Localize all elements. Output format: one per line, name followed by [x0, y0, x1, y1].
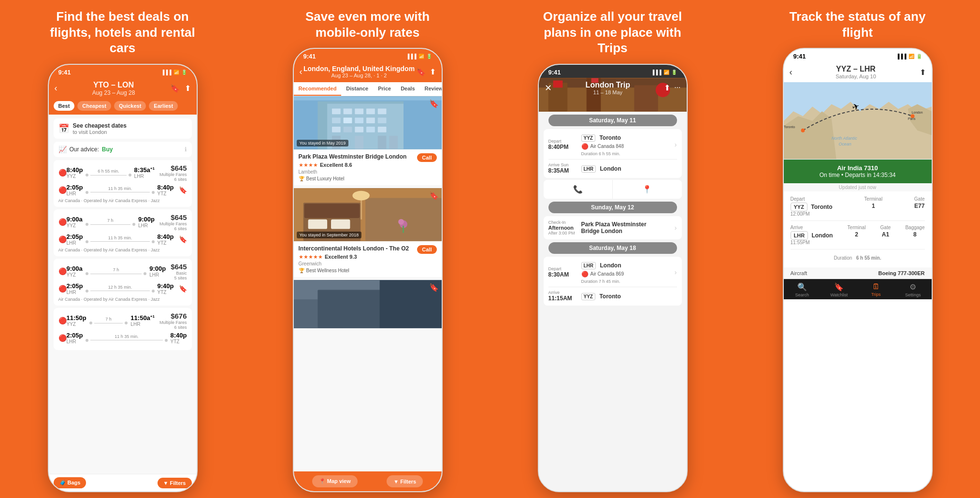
bookmark-icon-header[interactable]: 🔖: [170, 84, 180, 93]
panel2-title: Save even more with mobile-only rates: [286, 9, 450, 40]
hotel-bookmark-3[interactable]: 🔖: [429, 283, 439, 292]
call-button-2[interactable]: Call: [417, 245, 436, 254]
flight-item-4[interactable]: 🔴 11:50pYYZ 7 h 11:50a+1LHR $676Multiple…: [54, 308, 192, 350]
hotel-card-3[interactable]: 🔖: [294, 280, 442, 328]
call-button-1[interactable]: Call: [417, 153, 436, 162]
phone-call-btn[interactable]: 📞: [544, 180, 613, 199]
tab-best[interactable]: Best: [54, 101, 75, 111]
checkin-after: After 3:00 PM: [548, 231, 577, 235]
hotel-location-1: Lambeth: [299, 169, 407, 175]
wifi-icon-3: 📶: [663, 70, 669, 75]
bags-button[interactable]: 🧳 Bags: [54, 477, 86, 488]
svg-rect-11: [366, 117, 375, 123]
depart-label-3: Depart: [548, 266, 577, 271]
checkin-label: Check-In: [548, 220, 577, 225]
hotel-name-1: Park Plaza Westminster Bridge London: [299, 153, 407, 160]
share-trip-btn[interactable]: ⬆: [664, 83, 670, 92]
close-trip-btn[interactable]: ✕: [545, 83, 552, 93]
svg-rect-6: [366, 108, 375, 114]
location-btn[interactable]: 📍: [613, 180, 682, 199]
nav-settings[interactable]: ⚙ Settings: [894, 282, 932, 297]
filters-hotels-button[interactable]: ▼ Filters: [387, 475, 423, 487]
hotel-card-1[interactable]: You stayed in May 2019 🔖 Park Plaza West…: [294, 96, 442, 185]
tab-cheapest[interactable]: Cheapest: [77, 101, 111, 111]
flight-item-2[interactable]: 🔴 9:00aYYZ 7 h 9:00pLHR $645 Multiple Fa…: [54, 209, 192, 256]
terminal-label-arr: Terminal: [848, 225, 866, 230]
panel4-title: Track the status of any flight: [776, 9, 940, 40]
flight-segment-may18[interactable]: Depart 8:30AM LHR London 🔴 Air Canada 86…: [544, 257, 682, 306]
tab-review[interactable]: Review sc...: [420, 82, 442, 96]
hotel-card-2[interactable]: You stayed in September 2018 🔖 Intercont…: [294, 188, 442, 277]
nav-trips[interactable]: 🗓 Trips: [858, 282, 895, 297]
trip-dates: 11 – 18 May: [586, 89, 630, 95]
hotel-search-header: ‹ London, England, United Kingdom Aug 23…: [294, 62, 442, 82]
status-date: Saturday, Aug 10: [836, 73, 876, 79]
hotel-bookmark-2[interactable]: 🔖: [429, 191, 439, 200]
arrive-detail-row: Arrive LHR London 11:55PM Terminal 2 Gat…: [791, 225, 925, 249]
nav-watchlist[interactable]: 🔖 Watchlist: [821, 282, 858, 297]
depart-city-name: Toronto: [811, 204, 832, 210]
bookmark-flight-2[interactable]: 🔖: [179, 235, 187, 243]
hotel-name-trip: Park Plaza WestminsterBridge London: [581, 221, 671, 234]
cheapest-dates-banner[interactable]: 📅 See cheapest dates to visit London: [54, 118, 192, 139]
tab-recommended[interactable]: Recommended: [294, 82, 342, 96]
london-map-label: London: [911, 111, 922, 114]
svg-rect-8: [331, 117, 340, 123]
back-button[interactable]: ‹: [55, 83, 58, 93]
panel-flights: Find the best deals on flights, hotels a…: [0, 0, 245, 498]
return-arrive: 8:40p YTZ: [158, 184, 174, 196]
battery-icon-2: 🔋: [426, 54, 432, 59]
baggage-label: Baggage: [905, 225, 924, 230]
svg-rect-17: [377, 127, 386, 132]
tab-price[interactable]: Price: [373, 82, 396, 96]
chevron-right-3: ›: [675, 268, 677, 276]
tab-earliest[interactable]: Earliest: [149, 101, 178, 111]
tab-deals[interactable]: Deals: [396, 82, 419, 96]
city-toronto-2: Toronto: [599, 293, 620, 300]
status-route: YYZ – LHR: [836, 65, 876, 73]
gate-label-dep: Gate: [914, 196, 925, 202]
hotel-info-1: Park Plaza Westminster Bridge London ★★★…: [294, 149, 442, 185]
hotel-bookmark-1[interactable]: 🔖: [429, 100, 439, 108]
wifi-icon-2: 📶: [418, 54, 424, 59]
status-time-1: 9:41: [58, 69, 71, 76]
bookmark-flight-3[interactable]: 🔖: [179, 285, 187, 293]
flight-search-header: ‹ YTO – LON Aug 23 – Aug 28 🔖 ⬆: [49, 78, 197, 101]
day-header-may11: Saturday, May 11: [548, 115, 677, 126]
phone-frame-4: 9:41 ▐▐▐ 📶 🔋 ‹ YYZ – LHR Saturday, Aug 1…: [783, 48, 933, 492]
signal-icon-2: ▐▐▐: [406, 54, 416, 59]
terminal-arr: 2: [848, 231, 866, 238]
share-status-btn[interactable]: ⬆: [920, 68, 926, 77]
arrive-code: LHR: [134, 174, 155, 179]
share-hotels[interactable]: ⬆: [430, 67, 436, 76]
bookmark-flight-1[interactable]: 🔖: [179, 186, 187, 194]
arrive-time-3: 11:15AM: [548, 295, 577, 302]
wifi-icon-4: 📶: [908, 54, 914, 59]
tab-quickest[interactable]: Quickest: [114, 101, 146, 111]
hotel-rating-2: Excellent 9.3: [325, 254, 357, 260]
nav-search[interactable]: 🔍 Search: [784, 282, 821, 297]
flight-item-1[interactable]: 🔴 8:40p YYZ 6 h 55 min.: [54, 160, 192, 207]
share-icon-header[interactable]: ⬆: [185, 84, 191, 93]
back-btn-status[interactable]: ‹: [790, 67, 793, 77]
hotel-segment-may12[interactable]: Check-In Afternoon After 3:00 PM Park Pl…: [544, 216, 682, 239]
tab-distance[interactable]: Distance: [341, 82, 373, 96]
bookmark-hotels[interactable]: 🔖: [416, 67, 426, 76]
filters-button[interactable]: ▼ Filters: [158, 478, 192, 488]
more-trip-btn[interactable]: ···: [674, 83, 680, 92]
info-icon[interactable]: ℹ: [185, 146, 187, 153]
svg-rect-10: [355, 117, 363, 123]
arr-dot: [129, 174, 131, 176]
depart-code-box: YYZ: [791, 203, 807, 211]
aircraft-label: Aircraft: [791, 270, 807, 276]
map-view-button[interactable]: 📍 Map view: [312, 475, 358, 487]
flight-line: [90, 175, 126, 176]
hotel-image-1: You stayed in May 2019 🔖: [294, 96, 442, 149]
calendar-icon: 📅: [58, 123, 69, 134]
hotel-room-3-svg: [294, 280, 442, 328]
panel-flight-status: Track the status of any flight 9:41 ▐▐▐ …: [735, 0, 980, 498]
air-canada-icon-trip: 🔴: [581, 143, 589, 150]
flight-item-3[interactable]: 🔴 9:00aYYZ 7 h 9:00pLHR $645Basic5 sites…: [54, 259, 192, 306]
flight-segment-may11[interactable]: Depart 8:40PM YYZ Toronto 🔴 Air Canada 8…: [544, 129, 682, 178]
back-btn-hotels[interactable]: ‹: [300, 67, 303, 77]
